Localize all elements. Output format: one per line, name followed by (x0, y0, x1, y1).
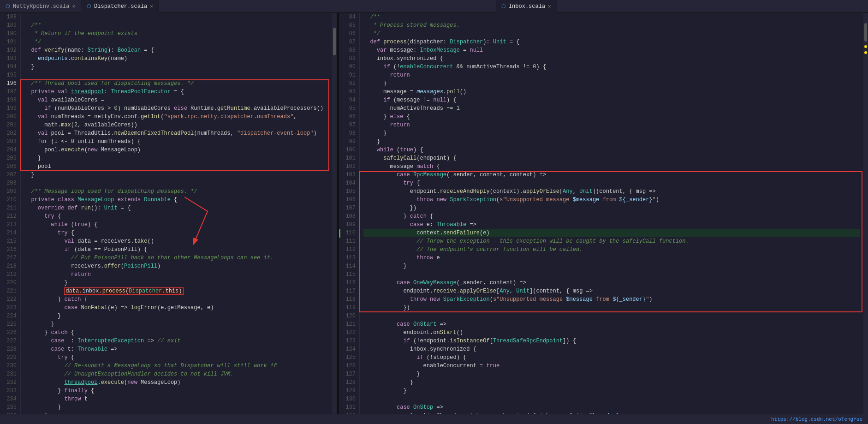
code-line-196: /** Thread pool used for dispatching mes… (24, 79, 328, 88)
code-line-199: if (numUsableCores > 0) numUsableCores e… (24, 104, 328, 113)
code-line-r103: case RpcMessage(_sender, content, contex… (363, 171, 860, 179)
code-line-228: case t: Throwable => (24, 345, 328, 353)
editors-row: 188 189 190 191 192 193 194 195 196 197 … (0, 13, 868, 414)
code-line-197: private val threadpool: ThreadPoolExecut… (24, 88, 328, 96)
code-line-210: private class MessageLoop extends Runnab… (24, 196, 328, 204)
code-line-r90: if (!enableConcurrent && numActiveThread… (363, 63, 860, 71)
bottom-bar: https://blog.csdn.net/oTengYue (0, 414, 868, 424)
code-line-221: data.inbox.process(Dispatcher.this) (24, 287, 328, 295)
url-display[interactable]: https://blog.csdn.net/oTengYue (771, 417, 862, 422)
code-line-r96: } else { (363, 113, 860, 121)
tab-inbox[interactable]: ⬡ Inbox.scala ✕ (496, 0, 557, 13)
code-line-r131: case OnStop => (363, 403, 860, 412)
code-line-r84: /** (363, 13, 860, 21)
tab-bar: ⬡ NettyRpcEnv.scala ✕ ⬡ Dispatcher.scala… (0, 0, 868, 13)
code-line-188 (24, 13, 328, 21)
code-line-193: endpoints.containsKey(name) (24, 54, 328, 63)
code-line-r124: inbox.synchronized { (363, 345, 860, 353)
left-code-area[interactable]: 188 189 190 191 192 193 194 195 196 197 … (0, 13, 337, 414)
code-line-r130 (363, 395, 860, 403)
tab-dispatcher-label: Dispatcher.scala (94, 3, 147, 10)
code-line-r126: enableConcurrent = true (363, 362, 860, 370)
code-line-r93: message = messages.poll() (363, 88, 860, 96)
code-line-r114: } (363, 262, 860, 270)
scroll-yellow-dot2 (864, 51, 867, 54)
code-line-225: } (24, 320, 328, 328)
code-line-236: } (24, 412, 328, 414)
code-line-191: */ (24, 38, 328, 46)
code-line-206: pool (24, 162, 328, 171)
code-line-212: try { (24, 212, 328, 221)
code-line-r86: */ (363, 30, 860, 38)
code-line-230: // Re-submit a MessageLoop so that Dispa… (24, 362, 328, 370)
tab-dispatcher[interactable]: ⬡ Dispatcher.scala ✕ (81, 0, 159, 13)
code-line-222: } catch { (24, 295, 328, 304)
code-line-229: try { (24, 353, 328, 362)
code-line-r120 (363, 312, 860, 320)
code-line-201: math.max(2, availableCores)) (24, 121, 328, 129)
right-editor-pane: 84 85 86 87 88 89 90 91 92 93 94 95 96 9… (339, 13, 868, 414)
code-line-r129: } (363, 387, 860, 395)
code-line-r88: var message: InboxMessage = null (363, 46, 860, 54)
code-line-192: def verify(name: String): Boolean = { (24, 46, 328, 54)
code-line-r119: }) (363, 304, 860, 312)
left-scrollbar[interactable] (332, 13, 337, 414)
code-line-219: return (24, 270, 328, 279)
code-line-r122: endpoint.onStart() (363, 328, 860, 337)
code-line-215: val data = receivers.take() (24, 237, 328, 245)
code-line-202: val pool = ThreadUtils.newDaemonFixedThr… (24, 129, 328, 137)
code-line-220: } (24, 279, 328, 287)
code-line-r85: * Process stored messages. (363, 21, 860, 30)
code-line-r101: safelyCall(endpoint) { (363, 154, 860, 162)
code-line-203: for (i <- 0 until numThreads) { (24, 137, 328, 146)
code-line-213: while (true) { (24, 221, 328, 229)
code-line-r94: if (message != null) { (363, 96, 860, 104)
right-line-numbers: 84 85 86 87 88 89 90 91 92 93 94 95 96 9… (339, 13, 360, 414)
tab-dispatcher-close[interactable]: ✕ (150, 3, 153, 9)
left-editor-pane: 188 189 190 191 192 193 194 195 196 197 … (0, 13, 337, 414)
code-line-r105: endpoint.receiveAndReply(context).applyO… (363, 187, 860, 196)
code-line-211: override def run(): Unit = { (24, 204, 328, 212)
code-line-223: case NonFatal(e) => logError(e.getMessag… (24, 304, 328, 312)
code-line-r99: } (363, 137, 860, 146)
code-line-216: if (data == PoisonPill) { (24, 245, 328, 254)
code-line-195 (24, 71, 328, 79)
code-line-r117: endpoint.receive.applyOrElse[Any, Unit](… (363, 287, 860, 295)
code-line-r91: return (363, 71, 860, 79)
code-line-227: case _: InterruptedException => // exit (24, 337, 328, 345)
right-scrollbar[interactable] (863, 13, 868, 414)
code-line-r100: while (true) { (363, 146, 860, 154)
code-line-r125: if (!stopped) { (363, 353, 860, 362)
tab-inbox-label: Inbox.scala (509, 3, 545, 10)
code-line-218: receivers.offer(PoisonPill) (24, 262, 328, 270)
right-code-area[interactable]: 84 85 86 87 88 89 90 91 92 93 94 95 96 9… (339, 13, 868, 414)
tab-netty-close[interactable]: ✕ (72, 3, 75, 9)
code-line-198: val availableCores = (24, 96, 328, 104)
code-line-r98: } (363, 129, 860, 137)
code-line-214: try { (24, 229, 328, 237)
code-line-r128: } (363, 378, 860, 387)
code-line-226: } catch { (24, 328, 328, 337)
code-line-r127: } (363, 370, 860, 378)
code-line-r121: case OnStart => (363, 320, 860, 328)
editor-container: ⬡ NettyRpcEnv.scala ✕ ⬡ Dispatcher.scala… (0, 0, 868, 424)
code-line-r111: // Throw the exception — this exception … (363, 237, 860, 245)
green-line-indicator (339, 229, 340, 238)
code-line-r102: message match { (363, 162, 860, 171)
right-code-content[interactable]: /** * Process stored messages. */ def pr… (360, 13, 863, 414)
code-line-r115 (363, 270, 860, 279)
tab-netty[interactable]: ⬡ NettyRpcEnv.scala ✕ (0, 0, 81, 13)
code-line-r108: } catch { (363, 212, 860, 221)
code-line-209: /** Message loop used for dispatching me… (24, 187, 328, 196)
code-line-205: } (24, 154, 328, 162)
code-line-r97: return (363, 121, 860, 129)
code-line-r95: numActiveThreads += 1 (363, 104, 860, 113)
code-line-200: val numThreads = nettyEnv.conf.getInt("s… (24, 113, 328, 121)
left-code-content[interactable]: /** * Return if the endpoint exists */ d… (21, 13, 332, 414)
code-line-233: } finally { (24, 387, 328, 395)
tab-inbox-close[interactable]: ✕ (548, 3, 551, 9)
scroll-yellow-dot (864, 45, 867, 48)
code-line-r118: throw new SparkException(s"Unsupported m… (363, 295, 860, 304)
code-line-189: /** (24, 21, 328, 30)
code-line-r116: case OneWayMessage(_sender, content) => (363, 279, 860, 287)
